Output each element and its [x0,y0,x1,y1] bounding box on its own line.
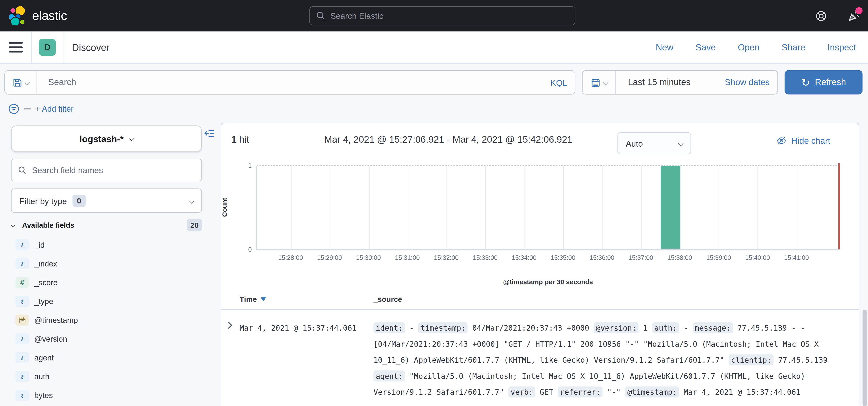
page-scrollbar[interactable] [863,310,867,406]
source-field-key: @timestamp: [625,386,679,398]
hide-chart-link[interactable]: Hide chart [776,136,830,146]
help-icon[interactable] [814,9,828,22]
column-header-time[interactable]: Time [240,295,267,304]
field-item-agent[interactable]: tagent [11,349,202,366]
field-item-_score[interactable]: #_score [11,274,202,291]
interval-value: Auto [626,138,679,148]
nav-action-new[interactable]: New [656,43,674,53]
x-axis-tick: 15:36:00 [590,254,614,261]
saved-query-button[interactable] [5,71,37,94]
index-pattern-name: logstash-* [80,134,123,144]
sort-descending-icon [261,297,266,301]
filter-by-type-select[interactable]: Filter by type 0 [11,189,202,213]
chart-gridline [719,166,719,249]
field-item-_index[interactable]: t_index [11,256,202,272]
hits-label: hit [239,134,249,145]
available-fields-header[interactable]: Available fields 20 [11,218,202,232]
field-name: auth [34,372,49,381]
current-time-marker [838,163,840,249]
chart-gridline [797,166,797,249]
field-name: @version [34,335,67,343]
x-axis-tick: 15:39:00 [706,254,731,261]
time-range-value[interactable]: Last 15 minutes [616,77,725,87]
available-fields-count-badge: 20 [187,219,202,231]
menu-icon[interactable] [9,42,23,53]
eye-slash-icon [776,136,787,146]
global-search-box[interactable] [309,6,576,26]
nav-action-open[interactable]: Open [738,43,760,53]
kibana-discover-app: elastic [0,0,868,406]
elastic-logo[interactable]: elastic [8,5,67,26]
field-item-_type[interactable]: t_type [11,293,202,310]
chevron-down-icon [24,79,30,85]
x-axis-tick: 15:32:00 [434,254,459,261]
field-type-string-icon: t [16,239,29,250]
nav-action-share[interactable]: Share [782,43,805,53]
field-search-input[interactable] [32,165,195,175]
source-field-key: auth: [652,323,679,334]
collapse-sidebar-icon[interactable] [204,128,215,139]
global-search-input[interactable] [331,11,568,21]
field-name: bytes [34,391,53,400]
index-pattern-switcher[interactable]: logstash-* [11,126,202,152]
refresh-icon: ↻ [801,77,810,88]
nav-action-save[interactable]: Save [695,43,716,53]
field-item-bytes[interactable]: tbytes [11,387,202,404]
filter-by-type-label: Filter by type [20,196,67,205]
source-field-key: agent: [374,370,405,381]
chart-gridline [680,166,681,249]
source-field-key: message: [692,323,733,334]
calendar-icon [591,78,600,87]
field-type-string-icon: t [16,334,29,344]
field-item-auth[interactable]: tauth [11,368,202,385]
field-type-string-icon: t [16,258,29,269]
field-item-@version[interactable]: t@version [11,331,202,347]
refresh-button[interactable]: ↻ Refresh [784,70,863,95]
page-title: Discover [72,32,110,64]
newsfeed-icon[interactable] [847,9,861,22]
field-search-box[interactable] [11,159,202,181]
show-dates-link[interactable]: Show dates [725,77,777,87]
field-item-@timestamp[interactable]: @timestamp [11,312,202,328]
filter-icon[interactable] [8,103,20,115]
field-type-string-icon: t [16,352,29,363]
x-axis-tick: 15:41:00 [784,254,809,261]
filter-type-count-badge: 0 [72,195,86,207]
field-name: _score [34,278,58,287]
discover-results-panel: 1 hit Mar 4, 2021 @ 15:27:06.921 - Mar 4… [221,123,859,406]
doc-table-header: Time _source [221,293,859,310]
source-field-key: referrer: [558,386,602,398]
divider [31,32,32,63]
interval-select[interactable]: Auto [617,132,691,154]
field-type-date-icon [16,315,29,326]
expand-row-icon[interactable] [225,322,232,329]
source-field-key: verb: [508,386,535,398]
chevron-down-icon [602,79,608,85]
chart-gridline [291,166,292,249]
add-filter-link[interactable]: + Add filter [35,105,73,113]
histogram-bar[interactable] [660,166,680,249]
histogram-plot-area [256,166,840,250]
column-header-source[interactable]: _source [374,295,402,304]
search-icon [316,11,326,21]
chart-gridline [330,166,331,249]
chart-gridline [563,166,564,249]
kql-query-input[interactable] [37,77,543,87]
x-axis-tick: 15:38:00 [667,254,692,261]
field-name: _index [34,259,57,268]
field-type-string-icon: t [16,296,29,307]
field-item-_id[interactable]: t_id [11,237,202,253]
row-timestamp: Mar 4, 2021 @ 15:37:44.061 [240,320,356,336]
y-axis-tick-max: 1 [242,162,252,169]
quick-select-button[interactable] [583,71,616,94]
hide-chart-label: Hide chart [791,136,830,146]
chart-gridline [757,166,758,249]
topnav-actions: NewSaveOpenShareInspect [656,32,856,64]
y-axis-tick-min: 0 [242,246,252,253]
kql-language-button[interactable]: KQL [543,78,575,87]
discover-app-badge[interactable]: D [39,39,56,56]
available-fields-label: Available fields [22,221,74,229]
x-axis-tick: 15:33:00 [473,254,498,261]
nav-action-inspect[interactable]: Inspect [828,43,856,53]
source-field-key: timestamp: [418,323,468,334]
